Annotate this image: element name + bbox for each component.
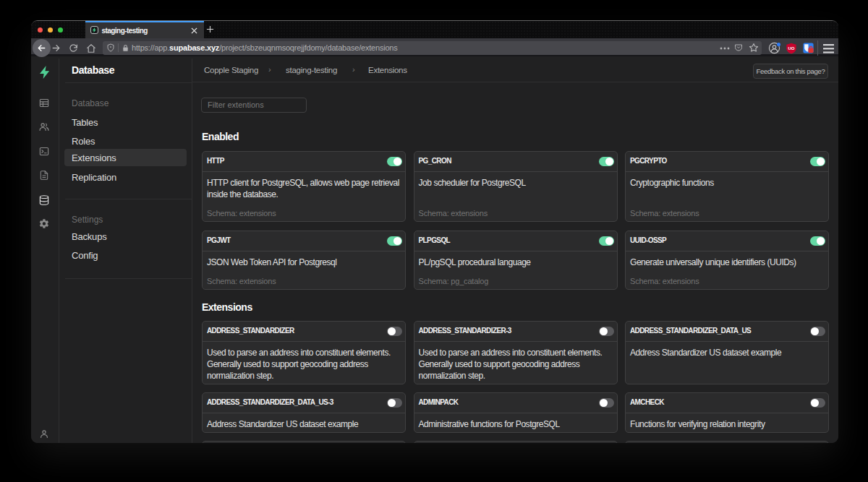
svg-text:UO: UO bbox=[788, 46, 795, 51]
